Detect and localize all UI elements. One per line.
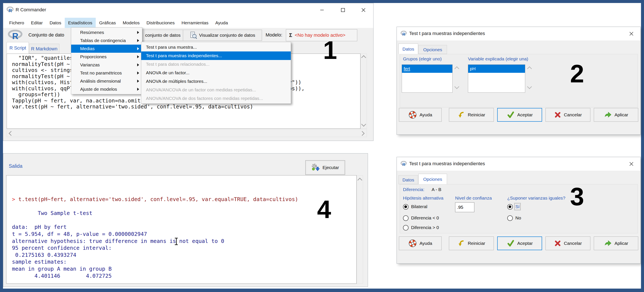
menu-item-análisis-dimensional[interactable]: Análisis dimensional: [71, 77, 142, 85]
menu-item-test-t-para-muestras-independientes-[interactable]: Test t para muestras independientes...: [141, 51, 291, 60]
model-button[interactable]: Σ <No hay modelo activo>: [286, 29, 357, 41]
alt-hypothesis-radio-bilateral[interactable]: [403, 204, 408, 210]
dialog-title-bar: R Test t para muestras independientes: [397, 157, 640, 171]
tab-datos[interactable]: Datos: [398, 43, 418, 54]
svg-text:R: R: [402, 32, 405, 36]
cancelar-button[interactable]: Cancelar: [546, 108, 590, 122]
script-horizontal-scrollbar[interactable]: [6, 129, 367, 137]
output-line: 4.401146 4.072725: [12, 273, 356, 280]
reiniciar-button[interactable]: Reiniciar: [449, 108, 494, 122]
equal-variances-radio-sí[interactable]: [507, 204, 513, 210]
menu-bar: FicheroEditarDatosEstadísticosGráficasMo…: [3, 18, 373, 28]
maximize-button[interactable]: [338, 6, 348, 14]
estadisticos-menu: ResúmenesTablas de contingenciaMediasPro…: [71, 27, 142, 94]
reiniciar-button-label: Reiniciar: [468, 112, 485, 117]
output-line: Two Sample t-test: [12, 210, 356, 217]
menu-item-proporciones[interactable]: Proporciones: [71, 53, 142, 61]
menu-item-tablas-de-contingencia[interactable]: Tablas de contingencia: [71, 36, 142, 45]
close-icon[interactable]: [359, 6, 368, 14]
menubar-item-datos[interactable]: Datos: [46, 18, 65, 28]
menu-item-medias[interactable]: Medias: [71, 45, 142, 53]
scroll-up-icon[interactable]: [358, 178, 362, 183]
scroll-right-icon[interactable]: [360, 131, 365, 136]
scroll-down-icon[interactable]: [527, 84, 532, 89]
ayuda-button[interactable]: Ayuda: [399, 237, 442, 250]
menubar-item-distribuciones[interactable]: Distribuciones: [143, 18, 178, 28]
tab-opciones[interactable]: Opciones: [418, 45, 447, 54]
aceptar-button[interactable]: Aceptar: [497, 237, 542, 250]
minimize-button[interactable]: [317, 6, 327, 14]
scroll-up-icon[interactable]: [361, 55, 366, 60]
scroll-up-icon[interactable]: [527, 66, 532, 71]
help-icon: [408, 239, 417, 248]
scroll-up-icon[interactable]: [454, 66, 460, 71]
ttest-dialog-datos: R Test t para muestras independientes Gr…: [396, 27, 640, 135]
groups-listbox[interactable]: fert: [402, 64, 452, 93]
close-icon[interactable]: [627, 160, 636, 168]
menu-item-test-no-paramétricos[interactable]: Test no paramétricos: [71, 69, 142, 77]
output-pane[interactable]: > t.test(pH~fert, alternative='two.sided…: [6, 175, 356, 284]
output-line: sample estimates:: [12, 259, 356, 266]
aplicar-button[interactable]: Aplicar: [594, 237, 638, 250]
alt-hypothesis-label: Hipótesis alternativa: [403, 196, 443, 201]
annotation-2: 2: [570, 61, 584, 86]
menubar-item-gráficas[interactable]: Gráficas: [96, 18, 119, 28]
ok-icon: [506, 239, 515, 247]
variable-label: Variable explicada (elegir una): [468, 56, 528, 61]
menu-item-anova-ancova-de-dos-factores-con-medidas-repetidas-[interactable]: ANOVA/ANCOVA de dos factores con medidas…: [141, 94, 291, 103]
list-item-group[interactable]: fert: [402, 65, 452, 73]
menu-item-ajuste-de-modelos[interactable]: Ajuste de modelos: [71, 85, 142, 93]
confidence-input[interactable]: [455, 202, 474, 212]
r-logo-icon[interactable]: R: [8, 30, 23, 40]
salida-label: Salida: [9, 163, 22, 169]
command-prompt: >: [12, 196, 15, 202]
variable-scroll-arrows[interactable]: [527, 65, 532, 86]
model-value: <No hay modelo activo>: [295, 32, 345, 38]
tab-r-script[interactable]: R Script: [6, 42, 29, 53]
cancelar-button[interactable]: Cancelar: [546, 237, 590, 250]
menu-item-anova-de-múltiples-factores-[interactable]: ANOVA de múltiples factores...: [141, 77, 291, 86]
medias-submenu: Test t para una muestra...Test t para mu…: [141, 42, 291, 104]
equal-variances-radio-no[interactable]: [507, 215, 513, 221]
window-title: R Commander: [16, 7, 46, 12]
menu-item-anova-ancova-de-un-factor-con-medidas-repetidas-[interactable]: ANOVA/ANCOVA de un factor con medidas re…: [141, 86, 291, 94]
menu-item-test-t-para-una-muestra-[interactable]: Test t para una muestra...: [141, 43, 291, 51]
scroll-down-icon[interactable]: [454, 84, 460, 89]
output-line: [12, 217, 356, 224]
view-dataset-button[interactable]: Visualizar conjunto de datos: [183, 30, 262, 41]
tab-opciones[interactable]: Opciones: [418, 174, 447, 184]
menubar-item-ayuda[interactable]: Ayuda: [212, 18, 231, 28]
tab-r-markdown[interactable]: R Markdown: [29, 44, 60, 53]
submenu-arrow-icon: [137, 55, 139, 58]
groups-scroll-arrows[interactable]: [454, 65, 460, 86]
output-vertical-scrollbar[interactable]: [356, 175, 363, 284]
menu-item-anova-de-un-factor-[interactable]: ANOVA de un factor...: [141, 68, 291, 77]
menubar-item-herramientas[interactable]: Herramientas: [178, 18, 212, 28]
menu-item-resúmenes[interactable]: Resúmenes: [71, 28, 142, 36]
script-line: var.test(pH ~ fert, alternative='two.sid…: [12, 104, 360, 110]
scroll-down-icon[interactable]: [361, 122, 366, 127]
script-vertical-scrollbar[interactable]: [360, 53, 367, 129]
aceptar-button[interactable]: Aceptar: [497, 108, 542, 122]
aplicar-button[interactable]: Aplicar: [594, 108, 638, 122]
output-line: t = 5.954, df = 48, p-value = 0.00000029…: [12, 231, 356, 238]
alt-hypothesis-radio-diferencia-0[interactable]: [403, 225, 408, 231]
menu-item-varianzas[interactable]: Varianzas: [71, 61, 142, 69]
list-item-variable[interactable]: pH: [468, 65, 525, 73]
menu-item-test-t-para-datos-relacionados-[interactable]: Test t para datos relacionados...: [141, 60, 291, 68]
close-icon[interactable]: [627, 30, 636, 37]
menubar-item-modelos[interactable]: Modelos: [119, 18, 143, 28]
output-line: 0.2175163 0.4393274: [12, 252, 356, 259]
reiniciar-button[interactable]: Reiniciar: [449, 237, 494, 250]
ayuda-button[interactable]: Ayuda: [399, 108, 442, 122]
variable-listbox[interactable]: pH: [468, 64, 525, 93]
scroll-left-icon[interactable]: [9, 131, 14, 136]
output-line: data: pH by fert: [12, 224, 356, 231]
menubar-item-fichero[interactable]: Fichero: [6, 18, 28, 28]
alt-hypothesis-radio-diferencia-0[interactable]: [403, 215, 408, 221]
menubar-item-editar[interactable]: Editar: [28, 18, 46, 28]
menubar-item-estadísticos[interactable]: Estadísticos: [65, 18, 96, 28]
svg-text:R: R: [8, 8, 12, 13]
ejecutar-button[interactable]: Ejecutar: [305, 160, 345, 175]
tab-datos[interactable]: Datos: [398, 175, 418, 184]
